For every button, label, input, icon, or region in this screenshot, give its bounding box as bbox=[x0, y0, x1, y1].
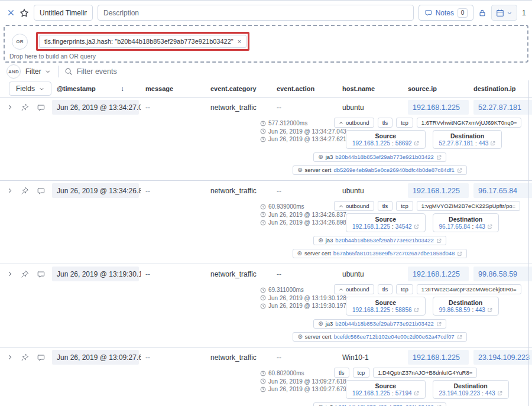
timeline-title-input[interactable] bbox=[34, 5, 93, 21]
remove-filter-icon[interactable]: × bbox=[238, 38, 241, 45]
tls-badge[interactable]: tls bbox=[378, 201, 393, 211]
popout-icon[interactable] bbox=[414, 307, 419, 313]
popout-icon[interactable] bbox=[457, 168, 462, 173]
pin-icon[interactable] bbox=[21, 270, 29, 278]
ja3-hash-link[interactable]: b20b44b18b853ef29ab773e921b03422 bbox=[335, 238, 433, 243]
source-ip-link[interactable]: 192.168.1.225 bbox=[408, 183, 469, 198]
server-cert-hash-link[interactable]: bcefdc566ee712b102e04e00c2d00e62a47cdf07 bbox=[334, 334, 455, 340]
close-icon[interactable] bbox=[7, 9, 15, 17]
ja3-hash-link[interactable]: b20b44b18b853ef29ab773e921b03422 bbox=[335, 321, 433, 327]
query-pill[interactable]: tls.fingerprints.ja3.hash: "b20b44b18b85… bbox=[39, 35, 246, 48]
expand-chevron-icon[interactable] bbox=[7, 187, 13, 194]
popout-icon[interactable] bbox=[414, 141, 419, 146]
source-ip-port-link[interactable]: 192.168.1.225 bbox=[352, 307, 390, 313]
lock-icon[interactable] bbox=[478, 9, 486, 17]
host-name-value[interactable]: ubuntu bbox=[338, 187, 403, 195]
pin-icon[interactable] bbox=[21, 353, 29, 362]
destination-ip-link[interactable]: 99.86.58.59 bbox=[473, 267, 532, 281]
destination-ip-link[interactable]: 96.17.65.84 bbox=[473, 183, 532, 198]
destination-ip-port-link[interactable]: 99.86.58.59 bbox=[439, 307, 471, 313]
tls-badge[interactable]: tls bbox=[334, 368, 349, 378]
pin-icon[interactable] bbox=[21, 103, 29, 112]
outbound-badge[interactable]: outbound bbox=[334, 284, 374, 294]
popout-icon[interactable] bbox=[436, 238, 442, 243]
server-cert-hash-link[interactable]: db5269e4eb9ab5e0ce26940bdfc4b0de87c84df1 bbox=[333, 167, 454, 173]
tcp-badge[interactable]: tcp bbox=[396, 201, 413, 211]
fields-button[interactable]: Fields bbox=[9, 82, 51, 96]
notes-button[interactable]: Notes 0 bbox=[419, 5, 473, 21]
source-port-link[interactable]: 58856 bbox=[395, 307, 412, 313]
outbound-badge[interactable]: outbound bbox=[334, 201, 374, 211]
tcp-badge[interactable]: tcp bbox=[396, 284, 413, 294]
add-note-icon[interactable] bbox=[37, 353, 45, 362]
server-cert-badge[interactable]: ⊛ server cert b67ab65fa8101398e9f572c702… bbox=[293, 249, 468, 258]
destination-ip-port-link[interactable]: 96.17.65.84 bbox=[439, 223, 471, 230]
column-header-event-category[interactable]: event.category bbox=[206, 85, 272, 92]
server-cert-badge[interactable]: ⊛ server cert bcefdc566ee712b102e04e00c2… bbox=[293, 332, 466, 342]
filter-events-input[interactable] bbox=[77, 67, 528, 76]
popout-icon[interactable] bbox=[487, 224, 492, 229]
community-id-badge[interactable]: 1:vgMVYOZIM2B7eCK22SpUpftr/po= bbox=[417, 201, 520, 211]
expand-chevron-icon[interactable] bbox=[7, 271, 13, 277]
popout-icon[interactable] bbox=[457, 334, 462, 340]
column-header-event-action[interactable]: event.action bbox=[272, 85, 338, 92]
destination-ip-port-link[interactable]: 23.194.109.223 bbox=[439, 390, 481, 397]
destination-ip-port-link[interactable]: 52.27.87.181 bbox=[439, 140, 473, 147]
event-category-value[interactable]: network_traffic bbox=[206, 270, 272, 278]
destination-ip-link[interactable]: 23.194.109.223 bbox=[473, 350, 532, 365]
expand-chevron-icon[interactable] bbox=[7, 104, 13, 111]
popout-icon[interactable] bbox=[490, 141, 495, 146]
ja3-badge[interactable]: ⊛ ja3 b20b44b18b853ef29ab773e921b03422 bbox=[313, 402, 446, 406]
column-header-message[interactable]: message bbox=[141, 85, 206, 92]
ja3-badge[interactable]: ⊛ ja3 b20b44b18b853ef29ab773e921b03422 bbox=[313, 236, 446, 245]
server-cert-hash-link[interactable]: b67ab65fa8101398e9f572c7026a7dbe1858d048 bbox=[333, 251, 455, 256]
host-name-value[interactable]: Win10-1 bbox=[338, 353, 403, 362]
destination-port-link[interactable]: 443 bbox=[485, 390, 495, 397]
source-ip-link[interactable]: 192.168.1.225 bbox=[408, 350, 469, 365]
column-header-timestamp[interactable]: @timestamp ↓ bbox=[52, 85, 141, 93]
description-input[interactable] bbox=[98, 5, 414, 21]
destination-ip-link[interactable]: 52.27.87.181 bbox=[473, 100, 532, 115]
add-note-icon[interactable] bbox=[37, 270, 45, 278]
destination-port-link[interactable]: 443 bbox=[475, 307, 485, 313]
community-id-badge[interactable]: 1:3ITWc2G4wcpF32cMW6Cekj0tIR0= bbox=[417, 284, 521, 294]
timestamp-value[interactable]: Jun 26, 2019 @ 13:09:27.618 bbox=[52, 350, 139, 365]
event-category-value[interactable]: network_traffic bbox=[206, 103, 272, 112]
add-note-icon[interactable] bbox=[37, 103, 45, 112]
host-name-value[interactable]: ubuntu bbox=[338, 103, 403, 112]
source-ip-link[interactable]: 192.168.1.225 bbox=[408, 100, 469, 115]
popout-icon[interactable] bbox=[436, 321, 442, 327]
tcp-badge[interactable]: tcp bbox=[353, 368, 370, 378]
expand-chevron-icon[interactable] bbox=[7, 354, 13, 360]
popout-icon[interactable] bbox=[436, 155, 442, 160]
popout-icon[interactable] bbox=[414, 391, 419, 396]
datepicker-button[interactable] bbox=[491, 5, 517, 21]
destination-port-link[interactable]: 443 bbox=[479, 140, 489, 147]
community-id-badge[interactable]: 1:6TRVvhwitNGK7xmVjUJ69KT0nq0= bbox=[417, 118, 522, 128]
query-drop-zone[interactable]: OR tls.fingerprints.ja3.hash: "b20b44b18… bbox=[4, 25, 528, 63]
source-port-link[interactable]: 57194 bbox=[395, 390, 412, 397]
source-ip-port-link[interactable]: 192.168.1.225 bbox=[352, 390, 390, 397]
destination-port-link[interactable]: 443 bbox=[475, 223, 485, 230]
community-id-badge[interactable]: 1:D4QptnZ37nAJO+B8dnluIG4YuR8= bbox=[373, 368, 477, 378]
tls-badge[interactable]: tls bbox=[378, 118, 393, 128]
host-name-value[interactable]: ubuntu bbox=[338, 270, 403, 278]
pin-icon[interactable] bbox=[21, 187, 29, 195]
column-header-destination-ip[interactable]: destination.ip bbox=[469, 85, 532, 92]
source-ip-port-link[interactable]: 192.168.1.225 bbox=[352, 140, 390, 147]
tls-badge[interactable]: tls bbox=[378, 284, 393, 294]
popout-icon[interactable] bbox=[487, 307, 492, 313]
server-cert-badge[interactable]: ⊛ server cert db5269e4eb9ab5e0ce26940bdf… bbox=[293, 165, 467, 175]
add-note-icon[interactable] bbox=[37, 187, 45, 195]
source-port-link[interactable]: 34542 bbox=[395, 223, 412, 230]
timestamp-value[interactable]: Jun 26, 2019 @ 13:19:30.128 bbox=[52, 267, 139, 281]
sort-descending-icon[interactable]: ↓ bbox=[121, 85, 124, 93]
tcp-badge[interactable]: tcp bbox=[396, 118, 413, 128]
source-ip-port-link[interactable]: 192.168.1.225 bbox=[352, 223, 390, 230]
popout-icon[interactable] bbox=[457, 251, 462, 256]
column-header-host-name[interactable]: host.name bbox=[338, 85, 403, 92]
favorite-star-icon[interactable] bbox=[20, 8, 29, 18]
popout-icon[interactable] bbox=[497, 391, 502, 396]
column-header-source-ip[interactable]: source.ip bbox=[403, 85, 469, 92]
event-category-value[interactable]: network_traffic bbox=[206, 187, 272, 195]
